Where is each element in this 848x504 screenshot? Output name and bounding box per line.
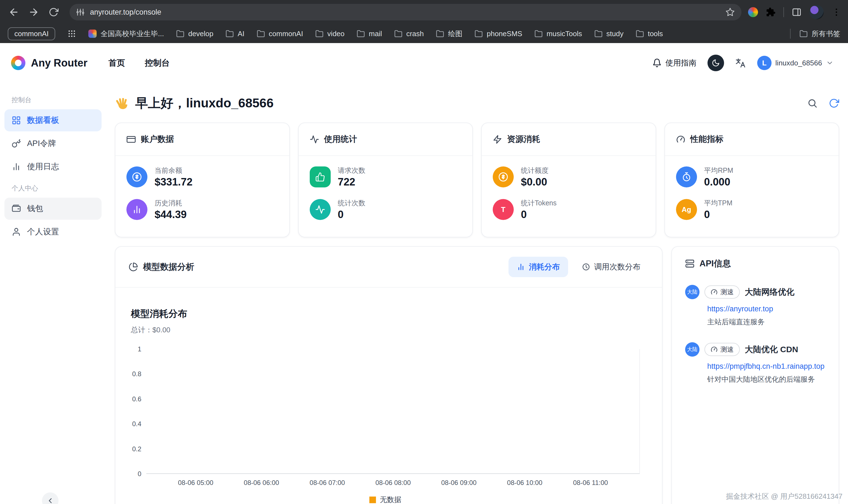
moon-icon: [711, 59, 720, 67]
translate-icon: [735, 57, 746, 69]
gauge-icon: [710, 288, 718, 295]
folder-icon: [225, 30, 234, 38]
sidebar: 控制台 数据看板 API令牌 使用日志 个人中心 钱包 个人设置: [0, 83, 106, 504]
chevron-left-icon: [46, 497, 54, 504]
endpoint-url-link[interactable]: https://anyrouter.top: [707, 305, 838, 313]
refresh-button[interactable]: [829, 98, 839, 108]
all-bookmarks[interactable]: 所有书签: [799, 29, 840, 39]
speed-test-button[interactable]: 测速: [704, 343, 740, 356]
bookmark-folder[interactable]: phoneSMS: [474, 30, 522, 38]
sidebar-item-api-tokens[interactable]: API令牌: [4, 132, 102, 155]
folder-icon: [176, 30, 184, 38]
site-settings-icon[interactable]: [76, 8, 85, 16]
bookmark-item[interactable]: 全国高校毕业生毕...: [88, 29, 164, 39]
stopwatch-icon: [676, 166, 697, 187]
sidebar-item-usage-logs[interactable]: 使用日志: [4, 156, 102, 178]
y-tick-label: 0.6: [132, 395, 141, 403]
card-resource-consumption: 资源消耗 统计额度$0.00 T 统计Tokens0: [481, 123, 656, 237]
tab-group-chip[interactable]: commonAI: [8, 27, 55, 40]
chart-title: 模型消耗分布: [131, 307, 640, 320]
bell-icon: [652, 58, 662, 68]
usage-guide-button[interactable]: 使用指南: [652, 58, 697, 68]
bookmark-folder[interactable]: crash: [394, 30, 424, 38]
extensions-puzzle-icon[interactable]: [766, 7, 776, 17]
url-bar[interactable]: anyrouter.top/console: [70, 4, 741, 20]
chart-x-axis: 08-06 05:00 08-06 06:00 08-06 07:00 08-0…: [146, 479, 640, 489]
bar-chart-icon: [12, 162, 21, 172]
stat-history-consumption: 历史消耗$44.39: [126, 198, 278, 220]
endpoint-name: 大陆网络优化: [745, 287, 794, 298]
avatar: L: [757, 56, 772, 70]
bookmark-folder[interactable]: video: [315, 30, 344, 38]
forward-button[interactable]: [24, 3, 43, 21]
api-endpoint-item: 大陆 测速 大陆优化 CDN https://pmpjfbhq.cn-nb1.r…: [685, 342, 838, 384]
pie-chart-icon: [129, 262, 138, 272]
panel-title: API信息: [700, 258, 731, 269]
pulse-icon: [310, 199, 331, 220]
folder-icon: [636, 30, 644, 38]
folder-icon: [315, 30, 324, 38]
panel-title: 模型数据分析: [143, 261, 194, 273]
user-menu[interactable]: L linuxdo_68566: [757, 56, 834, 70]
tab-call-count-distribution[interactable]: 调用次数分布: [574, 257, 649, 277]
legend-label: 无数据: [380, 495, 401, 504]
sidebar-item-dashboard[interactable]: 数据看板: [4, 109, 102, 131]
username: linuxdo_68566: [775, 59, 822, 67]
bookmark-folder[interactable]: tools: [636, 30, 663, 38]
bookmark-folder[interactable]: mail: [357, 30, 382, 38]
card-account-data: 账户数据 当前余额$331.72 历史消耗$44.39: [115, 123, 290, 237]
back-button[interactable]: [4, 3, 23, 21]
folder-label: AI: [238, 30, 245, 38]
bookmark-folder[interactable]: musicTools: [535, 30, 582, 38]
y-tick-label: 1: [138, 345, 141, 353]
api-info-panel: API信息 大陆 测速 大陆网络优化 https://anyrouter.top: [671, 246, 839, 504]
sidebar-item-wallet[interactable]: 钱包: [4, 198, 102, 220]
folder-icon: [594, 30, 602, 38]
endpoint-url-link[interactable]: https://pmpjfbhq.cn-nb1.rainapp.top: [707, 362, 838, 371]
nav-console[interactable]: 控制台: [145, 57, 170, 69]
stat-request-count: 请求次数722: [310, 166, 462, 188]
extension-colorful-icon[interactable]: [748, 7, 758, 17]
folder-icon: [394, 30, 402, 38]
sidebar-section-personal: 个人中心: [4, 179, 102, 197]
side-panel-icon[interactable]: [792, 7, 801, 17]
bookmark-folder[interactable]: AI: [225, 30, 245, 38]
anyrouter-logo[interactable]: [11, 56, 25, 70]
bookmark-folder[interactable]: commonAI: [257, 30, 303, 38]
apps-grid-icon[interactable]: [67, 29, 76, 38]
bookmark-star-icon[interactable]: [725, 7, 735, 17]
chevron-down-icon: [826, 59, 834, 67]
reload-button[interactable]: [44, 3, 63, 21]
browser-toolbar: anyrouter.top/console: [0, 0, 848, 24]
browser-profile-avatar[interactable]: [809, 5, 824, 19]
bookmark-folder[interactable]: study: [594, 30, 624, 38]
stat-tokens: T 统计Tokens0: [493, 198, 645, 220]
folder-label: phoneSMS: [487, 30, 522, 38]
stat-quota: 统计额度$0.00: [493, 166, 645, 188]
region-badge: 大陆: [685, 285, 700, 299]
y-tick-label: 0.8: [132, 370, 141, 378]
stats-row: 账户数据 当前余额$331.72 历史消耗$44.39 使用统计: [115, 123, 839, 237]
bookmark-folder[interactable]: 绘图: [436, 29, 462, 39]
folder-label: develop: [188, 30, 213, 38]
toolbar-divider: [783, 7, 784, 17]
zap-icon: [493, 135, 502, 144]
search-button[interactable]: [807, 98, 818, 108]
api-endpoint-item: 大陆 测速 大陆网络优化 https://anyrouter.top 主站后端直…: [685, 285, 838, 327]
bookmark-label: 全国高校毕业生毕...: [101, 29, 164, 39]
tab-consumption-distribution[interactable]: 消耗分布: [508, 257, 568, 277]
browser-menu-icon[interactable]: [831, 7, 841, 17]
x-tick-label: 08-06 10:00: [507, 479, 542, 487]
card-title: 资源消耗: [507, 133, 540, 145]
card-performance: 性能指标 平均RPM0.000 Ag 平均TPM0: [664, 123, 840, 237]
language-switch-button[interactable]: [735, 57, 746, 69]
bookmark-folder[interactable]: develop: [176, 30, 213, 38]
folder-label: musicTools: [546, 30, 582, 38]
sidebar-item-settings[interactable]: 个人设置: [4, 221, 102, 243]
card-title: 账户数据: [141, 133, 174, 145]
chart-plot-area: [146, 349, 640, 474]
x-tick-label: 08-06 11:00: [573, 479, 608, 487]
nav-home[interactable]: 首页: [108, 57, 125, 69]
dark-mode-toggle[interactable]: [707, 55, 724, 71]
speed-test-button[interactable]: 测速: [704, 285, 740, 299]
